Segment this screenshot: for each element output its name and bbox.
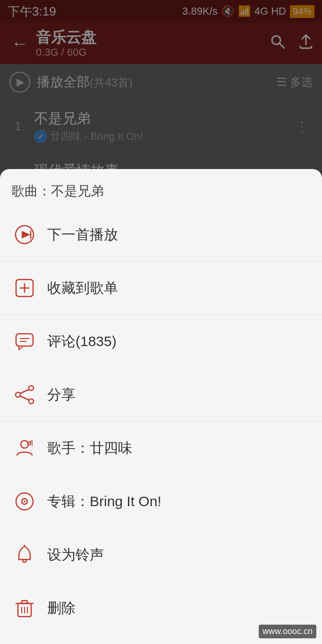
ringtone-label: 设为铃声 xyxy=(47,545,104,565)
watermark-text: www.oooc.cn xyxy=(263,627,313,636)
svg-point-20 xyxy=(24,500,25,502)
svg-point-16 xyxy=(21,441,28,448)
share-icon xyxy=(11,381,38,408)
sheet-song-label: 歌曲：不是兄弟 xyxy=(11,184,104,198)
add-playlist-icon xyxy=(11,275,38,301)
sheet-header: 歌曲：不是兄弟 xyxy=(0,169,322,208)
svg-point-11 xyxy=(29,386,34,390)
comment-item[interactable]: 评论(1835) xyxy=(0,315,322,368)
svg-rect-8 xyxy=(16,334,33,346)
album-item[interactable]: 专辑：Bring It On! xyxy=(0,475,322,528)
add-playlist-item[interactable]: 收藏到歌单 xyxy=(0,262,322,315)
bell-icon xyxy=(11,542,38,568)
svg-rect-24 xyxy=(22,601,27,603)
add-playlist-label: 收藏到歌单 xyxy=(47,279,118,298)
album-icon xyxy=(11,488,38,515)
artist-icon xyxy=(11,435,38,461)
delete-label: 删除 xyxy=(47,599,76,618)
trash-icon xyxy=(11,595,38,621)
comment-icon xyxy=(11,328,38,355)
comment-label: 评论(1835) xyxy=(47,332,117,351)
svg-marker-3 xyxy=(22,231,30,238)
share-item[interactable]: 分享 xyxy=(0,368,322,422)
svg-point-13 xyxy=(29,399,34,404)
artist-label: 歌手：廿四味 xyxy=(47,439,132,458)
album-label: 专辑：Bring It On! xyxy=(47,492,161,511)
ringtone-item[interactable]: 设为铃声 xyxy=(0,528,322,582)
share-label: 分享 xyxy=(47,385,76,405)
next-play-item[interactable]: 下一首播放 xyxy=(0,208,322,262)
svg-point-12 xyxy=(16,392,20,397)
bottom-sheet: 歌曲：不是兄弟 下一首播放 收藏到歌单 xyxy=(0,169,322,644)
svg-line-15 xyxy=(20,396,29,400)
artist-item[interactable]: 歌手：廿四味 xyxy=(0,422,322,475)
watermark: www.oooc.cn xyxy=(259,625,316,638)
svg-point-17 xyxy=(28,442,31,445)
next-play-icon xyxy=(11,221,38,248)
svg-line-14 xyxy=(20,390,29,393)
next-play-label: 下一首播放 xyxy=(47,225,118,245)
